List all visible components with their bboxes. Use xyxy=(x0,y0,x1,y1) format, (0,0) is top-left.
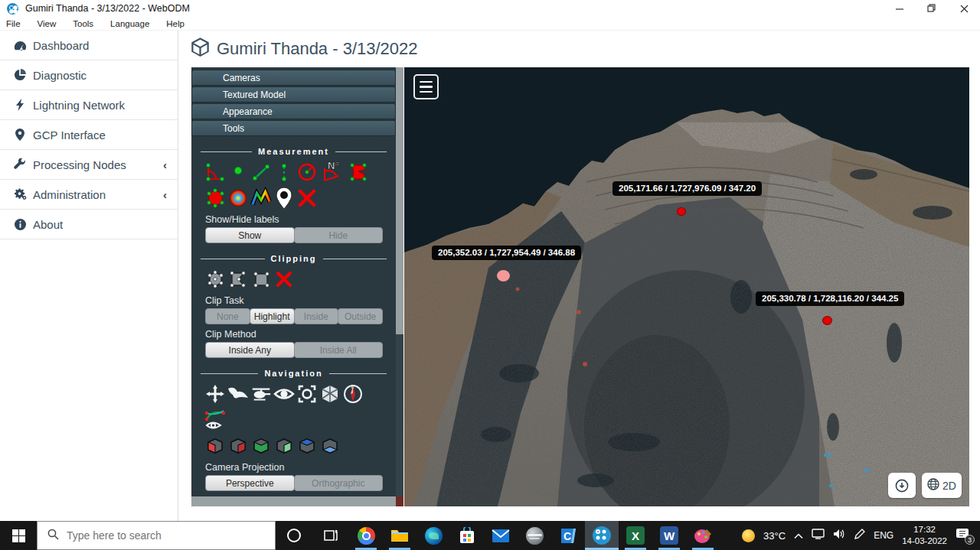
sidebar-item-gcp-interface[interactable]: GCP Interface xyxy=(0,120,178,150)
sidebar-item-administration[interactable]: Administration ‹ xyxy=(0,180,178,210)
view-bottom-icon[interactable] xyxy=(318,434,341,457)
sidebar-item-dashboard[interactable]: Dashboard xyxy=(0,31,178,60)
angle-measure-icon[interactable] xyxy=(204,161,227,184)
sidebar-item-label: Diagnostic xyxy=(33,69,87,82)
notification-center-icon[interactable]: 3 xyxy=(956,528,972,543)
taskbar-search[interactable] xyxy=(37,521,276,550)
taskbar-app-chrome[interactable] xyxy=(349,521,383,550)
remove-clip-icon[interactable] xyxy=(273,268,296,291)
taskbar-app-word[interactable]: W xyxy=(652,521,686,550)
azimuth-measure-icon[interactable]: N° xyxy=(318,161,346,184)
panel-vertical-scrollbar[interactable] xyxy=(396,67,403,506)
clip-method-inside-all-button[interactable]: Inside All xyxy=(294,342,384,358)
temperature-text[interactable]: 33°C xyxy=(763,530,786,542)
start-button[interactable] xyxy=(0,521,37,550)
annotation-label[interactable]: 205,171.66 / 1,727,976.09 / 347.20 xyxy=(612,181,762,196)
taskbar-app-edge[interactable] xyxy=(416,521,450,550)
search-icon xyxy=(47,529,59,543)
clip-task-none-button[interactable]: None xyxy=(205,308,250,324)
menu-help[interactable]: Help xyxy=(166,19,185,28)
taskbar-app-explorer[interactable] xyxy=(383,521,416,550)
full-extent-icon[interactable] xyxy=(318,382,341,405)
sidebar-item-processing-nodes[interactable]: Processing Nodes ‹ xyxy=(0,150,178,180)
taskbar-app-webodm[interactable] xyxy=(585,521,619,550)
annotation-label[interactable]: 205,352.03 / 1,727,954.49 / 346.88 xyxy=(432,246,581,260)
minimize-button[interactable] xyxy=(884,0,916,17)
orbit-controls-icon[interactable] xyxy=(273,382,296,405)
panel-horizontal-scrollbar[interactable] xyxy=(191,496,396,506)
clip-polygon-icon[interactable] xyxy=(227,268,250,291)
view-right-icon[interactable] xyxy=(227,434,250,457)
search-input[interactable] xyxy=(67,529,250,542)
area-measure-icon[interactable] xyxy=(346,161,369,184)
distance-measure-icon[interactable] xyxy=(250,161,273,184)
clip-task-inside-button[interactable]: Inside xyxy=(294,308,339,324)
download-assets-button[interactable] xyxy=(888,473,916,498)
system-tray: 33°C ENG 17:32 14-03-2022 3 xyxy=(742,521,980,550)
profile-measure-icon[interactable] xyxy=(250,187,273,210)
annotation-marker-highlighted[interactable] xyxy=(497,270,510,282)
taskbar-app-excel[interactable]: X xyxy=(619,521,652,550)
camera-animation-icon[interactable] xyxy=(204,408,227,431)
menu-tools[interactable]: Tools xyxy=(73,19,93,28)
circle-measure-icon[interactable] xyxy=(296,161,318,184)
clip-method-inside-any-button[interactable]: Inside Any xyxy=(205,342,295,358)
clock[interactable]: 17:32 14-03-2022 xyxy=(902,524,947,547)
language-indicator[interactable]: ENG xyxy=(874,530,893,541)
projection-perspective-button[interactable]: Perspective xyxy=(205,475,295,491)
remove-measurements-icon[interactable] xyxy=(296,187,318,210)
taskbar-app-mail[interactable] xyxy=(484,521,518,550)
taskbar-app-c-app[interactable]: C xyxy=(551,521,585,550)
weather-sun-icon[interactable] xyxy=(742,529,755,542)
accordion-textured-model[interactable]: Textured Model xyxy=(191,86,396,103)
task-view-button[interactable] xyxy=(312,521,349,550)
height-profile-icon[interactable] xyxy=(227,187,250,210)
view-back-icon[interactable] xyxy=(273,434,296,457)
compass-icon[interactable]: N xyxy=(341,382,364,405)
menu-file[interactable]: File xyxy=(6,19,21,28)
projection-orthographic-button[interactable]: Orthographic xyxy=(294,475,384,491)
menu-view[interactable]: View xyxy=(38,19,57,28)
pen-icon[interactable] xyxy=(854,529,865,543)
close-button[interactable] xyxy=(948,0,980,17)
annotation-marker[interactable] xyxy=(677,207,686,216)
clip-screen-box-icon[interactable] xyxy=(250,268,273,291)
earth-controls-icon[interactable] xyxy=(204,382,227,405)
potree-menu-toggle-button[interactable] xyxy=(413,74,439,99)
focus-icon[interactable] xyxy=(296,382,318,405)
cast-screen-icon[interactable] xyxy=(812,529,825,542)
restore-button[interactable] xyxy=(916,0,948,17)
height-measure-icon[interactable] xyxy=(273,161,296,184)
helicopter-controls-icon[interactable] xyxy=(250,382,273,405)
point-measure-icon[interactable] xyxy=(227,161,250,184)
menu-language[interactable]: Language xyxy=(110,19,149,28)
cortana-button[interactable] xyxy=(276,521,312,550)
fly-controls-icon[interactable] xyxy=(227,382,250,405)
sidebar-item-lightning-network[interactable]: Lightning Network xyxy=(0,90,178,120)
annotation-label[interactable]: 205,330.78 / 1,728,116.20 / 344.25 xyxy=(756,291,904,306)
show-labels-button[interactable]: Show xyxy=(205,227,295,243)
volume-measure-icon[interactable] xyxy=(204,187,227,210)
hide-labels-button[interactable]: Hide xyxy=(294,227,384,243)
annotation-marker[interactable] xyxy=(822,316,832,325)
taskbar-app-paint3d[interactable] xyxy=(686,521,720,550)
panel-scrollbar-thumb[interactable] xyxy=(396,67,403,334)
accordion-appearance[interactable]: Appearance xyxy=(191,103,396,119)
sidebar-item-diagnostic[interactable]: Diagnostic xyxy=(0,60,178,90)
point-cloud-viewer[interactable]: , 205,171.66 / 1,727,976.09 / 347.20 205… xyxy=(404,67,969,506)
accordion-tools[interactable]: Tools xyxy=(191,120,396,136)
clip-task-outside-button[interactable]: Outside xyxy=(338,308,383,324)
tray-chevron-up-icon[interactable] xyxy=(794,529,803,542)
view-top-icon[interactable] xyxy=(296,434,318,457)
view-left-icon[interactable] xyxy=(204,434,227,457)
accordion-cameras[interactable]: Cameras xyxy=(191,70,396,86)
clip-volume-icon[interactable] xyxy=(204,268,227,291)
toggle-2d-map-button[interactable]: 2D xyxy=(922,473,962,498)
taskbar-app-google-earth[interactable] xyxy=(518,521,551,550)
clip-task-highlight-button[interactable]: Highlight xyxy=(250,308,295,324)
volume-icon[interactable] xyxy=(833,529,845,542)
view-front-icon[interactable] xyxy=(250,434,273,457)
sidebar-item-about[interactable]: About xyxy=(0,210,178,239)
annotation-icon[interactable] xyxy=(273,187,296,210)
taskbar-app-store[interactable] xyxy=(450,521,484,550)
